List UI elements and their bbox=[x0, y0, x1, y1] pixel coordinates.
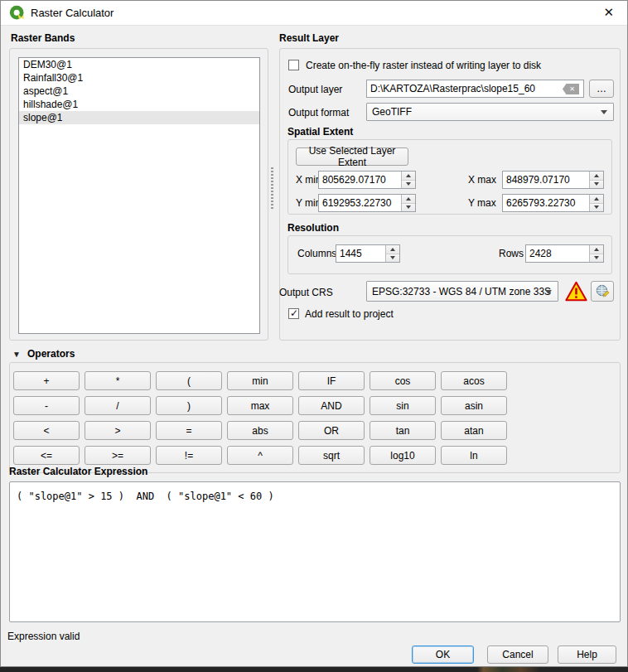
raster-calculator-window: Raster Calculator ✕ Raster Bands DEM30@1… bbox=[0, 0, 628, 672]
operator-button[interactable]: sqrt bbox=[298, 446, 365, 465]
operator-button[interactable]: asin bbox=[441, 396, 507, 415]
output-format-select[interactable]: GeoTIFF bbox=[366, 103, 614, 121]
panel-splitter-handle[interactable] bbox=[270, 167, 274, 210]
raster-bands-list[interactable]: DEM30@1 Rainfall30@1 aspect@1 hillshade@… bbox=[18, 57, 260, 334]
spatial-extent-heading: Spatial Extent bbox=[287, 126, 353, 138]
onfly-raster-checkbox-label: Create on-the-fly raster instead of writ… bbox=[306, 60, 541, 71]
xmax-spinner[interactable] bbox=[589, 172, 603, 188]
operator-button[interactable]: ln bbox=[441, 446, 507, 465]
ok-button[interactable]: OK bbox=[412, 645, 474, 664]
operator-button[interactable]: = bbox=[156, 421, 222, 440]
operator-button[interactable]: OR bbox=[298, 421, 365, 440]
rows-value: 2428 bbox=[526, 245, 589, 262]
result-layer-heading: Result Layer bbox=[279, 32, 339, 44]
ymax-spinbox[interactable]: 6265793.22730 bbox=[502, 194, 604, 212]
operator-button[interactable]: - bbox=[13, 396, 80, 415]
operator-button[interactable]: max bbox=[227, 396, 293, 415]
expression-status: Expression valid bbox=[7, 631, 80, 642]
operator-button[interactable]: min bbox=[227, 371, 293, 390]
operator-button[interactable]: <= bbox=[13, 446, 80, 465]
operator-button[interactable]: log10 bbox=[370, 446, 436, 465]
use-selected-layer-extent-button[interactable]: Use Selected Layer Extent bbox=[296, 147, 408, 166]
raster-calculator-dialog: Raster Calculator ✕ Raster Bands DEM30@1… bbox=[0, 0, 628, 667]
raster-band-item[interactable]: DEM30@1 bbox=[19, 58, 259, 71]
ymin-spinner[interactable] bbox=[401, 195, 415, 211]
columns-value: 1445 bbox=[336, 245, 385, 262]
spin-up-icon bbox=[390, 248, 395, 251]
resolution-heading: Resolution bbox=[287, 222, 339, 234]
spin-up-icon bbox=[406, 174, 411, 177]
xmax-spinbox[interactable]: 848979.07170 bbox=[502, 171, 604, 189]
spin-up-icon bbox=[594, 174, 599, 177]
operator-button[interactable]: * bbox=[85, 371, 151, 390]
raster-band-item[interactable]: Rainfall30@1 bbox=[19, 71, 259, 85]
chevron-down-icon bbox=[601, 110, 607, 114]
operator-button[interactable]: + bbox=[13, 371, 80, 390]
columns-spinner[interactable] bbox=[385, 245, 399, 262]
browse-output-button[interactable]: … bbox=[589, 80, 614, 98]
spin-up-icon bbox=[406, 197, 411, 201]
raster-band-item[interactable]: aspect@1 bbox=[19, 85, 259, 98]
operators-collapse-icon[interactable]: ▼ bbox=[12, 350, 21, 359]
operator-button[interactable]: >= bbox=[85, 446, 151, 465]
ymax-value: 6265793.22730 bbox=[503, 195, 589, 211]
window-title: Raster Calculator bbox=[31, 7, 114, 19]
output-crs-select[interactable]: EPSG:32733 - WGS 84 / UTM zone 33S bbox=[366, 281, 558, 302]
raster-band-item[interactable]: hillshade@1 bbox=[19, 98, 259, 111]
cancel-button[interactable]: Cancel bbox=[487, 645, 548, 664]
spin-down-icon bbox=[594, 205, 599, 209]
operator-button[interactable]: != bbox=[156, 446, 222, 465]
operator-button[interactable]: cos bbox=[370, 371, 436, 390]
ymax-label: Y max bbox=[468, 197, 496, 209]
spin-down-icon bbox=[406, 182, 411, 186]
rows-spinner[interactable] bbox=[589, 245, 603, 262]
spin-down-icon bbox=[390, 256, 395, 259]
operator-button[interactable]: AND bbox=[298, 396, 365, 415]
operators-grid: + * ( min IF cos acos - / ) max AND sin … bbox=[13, 371, 507, 465]
ymin-value: 6192953.22730 bbox=[319, 195, 401, 211]
operator-button[interactable]: ) bbox=[156, 396, 222, 415]
operator-button[interactable]: atan bbox=[441, 421, 507, 440]
title-bar[interactable]: Raster Calculator ✕ bbox=[1, 1, 627, 26]
operator-button[interactable]: / bbox=[85, 396, 151, 415]
ymax-spinner[interactable] bbox=[589, 195, 603, 211]
output-crs-value: EPSG:32733 - WGS 84 / UTM zone 33S bbox=[372, 286, 551, 297]
columns-spinbox[interactable]: 1445 bbox=[336, 244, 400, 263]
operator-button[interactable]: < bbox=[13, 421, 80, 440]
add-result-checkbox-label: Add result to project bbox=[305, 308, 394, 320]
rows-spinbox[interactable]: 2428 bbox=[525, 244, 604, 263]
onfly-raster-checkbox[interactable] bbox=[288, 60, 299, 70]
operator-button[interactable]: > bbox=[85, 421, 151, 440]
operators-heading: Operators bbox=[27, 348, 75, 360]
operator-button[interactable]: ^ bbox=[227, 446, 293, 465]
spin-down-icon bbox=[406, 205, 411, 209]
output-layer-value: D:\KARTOZA\Rasterprac\slope15_60 bbox=[370, 83, 535, 94]
expression-heading: Raster Calculator Expression bbox=[9, 466, 147, 477]
raster-band-item-selected[interactable]: slope@1 bbox=[19, 111, 259, 124]
rows-label: Rows bbox=[499, 248, 524, 259]
operator-button[interactable]: abs bbox=[227, 421, 293, 440]
spin-up-icon bbox=[594, 248, 599, 251]
operator-button[interactable]: sin bbox=[370, 396, 436, 415]
operator-button[interactable]: ( bbox=[156, 371, 222, 390]
clear-input-icon[interactable]: ✕ bbox=[563, 84, 579, 94]
output-layer-input[interactable]: D:\KARTOZA\Rasterprac\slope15_60 ✕ bbox=[366, 80, 584, 98]
columns-label: Columns bbox=[297, 248, 336, 259]
operator-button[interactable]: acos bbox=[441, 371, 507, 390]
add-result-checkbox[interactable] bbox=[288, 308, 299, 319]
desktop-background-strip bbox=[0, 667, 628, 672]
help-button[interactable]: Help bbox=[558, 645, 616, 664]
output-layer-label: Output layer bbox=[288, 84, 342, 95]
operator-button[interactable]: IF bbox=[298, 371, 365, 390]
close-icon[interactable]: ✕ bbox=[603, 6, 614, 18]
select-crs-button[interactable] bbox=[591, 281, 614, 302]
xmin-spinbox[interactable]: 805629.07170 bbox=[318, 171, 416, 189]
operator-button[interactable]: tan bbox=[370, 421, 436, 440]
xmax-label: X max bbox=[468, 174, 496, 186]
xmin-spinner[interactable] bbox=[401, 172, 415, 188]
ymin-spinbox[interactable]: 6192953.22730 bbox=[318, 194, 416, 212]
output-format-label: Output format bbox=[288, 107, 349, 118]
spin-up-icon bbox=[594, 197, 599, 201]
expression-editor[interactable]: ( "slope@1" > 15 ) AND ( "slope@1" < 60 … bbox=[9, 481, 621, 622]
ymin-label: Y min bbox=[296, 197, 321, 209]
